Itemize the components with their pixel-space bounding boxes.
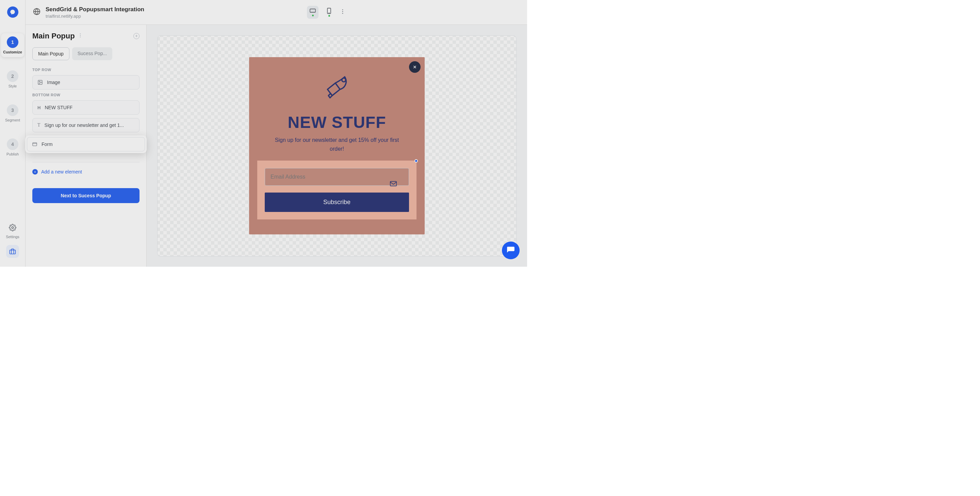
step-publish[interactable]: 4 Publish xyxy=(1,135,24,159)
svg-point-10 xyxy=(80,35,80,36)
step-style[interactable]: 2 Style xyxy=(1,67,24,91)
gear-icon xyxy=(9,224,16,233)
element-label: Sign up for our newsletter and get 1... xyxy=(45,122,124,128)
app-logo[interactable] xyxy=(7,6,18,18)
status-dot-icon xyxy=(328,15,330,17)
email-input[interactable] xyxy=(265,168,409,186)
next-button[interactable]: Next to Sucess Popup xyxy=(32,188,140,203)
svg-point-15 xyxy=(342,78,346,82)
element-form[interactable]: Form xyxy=(27,137,145,151)
step-label: Customize xyxy=(3,50,22,54)
svg-point-11 xyxy=(80,37,80,37)
browser-frame: NEW STUFF Sign up for our newsletter and… xyxy=(157,35,517,256)
step-number: 4 xyxy=(7,138,18,150)
panel-title: Main Popup xyxy=(32,32,75,40)
step-number: 3 xyxy=(7,105,18,116)
svg-rect-14 xyxy=(33,143,37,146)
tab-main-popup[interactable]: Main Popup xyxy=(32,47,69,60)
step-label: Style xyxy=(8,84,17,88)
svg-point-0 xyxy=(11,227,14,229)
canvas: NEW STUFF Sign up for our newsletter and… xyxy=(147,25,527,267)
step-label: Segment xyxy=(5,118,20,122)
mail-icon xyxy=(390,181,397,188)
svg-rect-1 xyxy=(10,250,16,254)
device-desktop-button[interactable] xyxy=(307,6,318,19)
form-icon xyxy=(32,141,37,147)
element-text[interactable]: T Sign up for our newsletter and get 1..… xyxy=(32,118,140,132)
more-menu-button[interactable] xyxy=(340,8,346,16)
element-image[interactable]: Image xyxy=(32,75,140,89)
settings-nav[interactable]: Settings xyxy=(6,224,19,239)
image-icon xyxy=(37,79,43,85)
svg-point-6 xyxy=(342,9,343,10)
chat-widget-button[interactable] xyxy=(502,242,520,259)
svg-point-7 xyxy=(342,11,343,12)
svg-point-13 xyxy=(39,81,40,82)
svg-rect-3 xyxy=(310,9,315,12)
subscribe-button[interactable]: Subscribe xyxy=(265,192,409,212)
element-label: Image xyxy=(47,79,60,85)
text-icon: T xyxy=(37,122,40,128)
step-customize[interactable]: 1 Customize xyxy=(1,33,24,57)
panel-menu-button[interactable] xyxy=(78,33,83,40)
popup-close-button[interactable] xyxy=(409,61,421,73)
divider xyxy=(32,162,140,162)
page-title: SendGrid & Popupsmart Integration xyxy=(46,6,144,13)
step-segment[interactable]: 3 Segment xyxy=(1,102,24,125)
selection-handle-icon xyxy=(414,159,418,163)
left-rail: 1 Customize 2 Style 3 Segment 4 Publish … xyxy=(0,0,25,267)
briefcase-button[interactable] xyxy=(6,245,19,258)
page-subtitle: trialfirst.netlify.app xyxy=(46,14,144,19)
title-block: SendGrid & Popupsmart Integration trialf… xyxy=(46,6,144,19)
popup-heading: NEW STUFF xyxy=(249,113,425,132)
element-label: Form xyxy=(41,141,53,147)
tab-success-popup[interactable]: Sucess Pop... xyxy=(72,47,112,60)
globe-icon xyxy=(33,8,40,17)
section-top-row: TOP ROW xyxy=(32,68,140,72)
svg-point-9 xyxy=(80,33,80,34)
step-label: Publish xyxy=(6,152,19,156)
popup-subtext: Sign up for our newsletter and get 15% o… xyxy=(249,136,425,153)
add-element-button[interactable]: + Add a new element xyxy=(32,169,140,175)
customize-panel: Main Popup + Main Popup Sucess Pop... TO… xyxy=(25,25,147,267)
svg-point-8 xyxy=(342,13,343,14)
form-row-highlight: Form xyxy=(25,135,147,153)
device-toggle xyxy=(307,6,346,19)
popup-tabs: Main Popup Sucess Pop... xyxy=(32,47,140,60)
heading-icon: H xyxy=(37,105,40,110)
popup-preview: NEW STUFF Sign up for our newsletter and… xyxy=(249,57,425,234)
section-bottom-row: BOTTOM ROW xyxy=(32,93,140,97)
megaphone-icon xyxy=(249,57,425,103)
status-dot-icon xyxy=(312,14,314,16)
topbar: SendGrid & Popupsmart Integration trialf… xyxy=(25,0,527,25)
settings-label: Settings xyxy=(6,235,19,239)
step-number: 1 xyxy=(7,37,18,48)
add-element-label: Add a new element xyxy=(41,169,82,175)
svg-rect-16 xyxy=(390,181,396,186)
element-label: NEW STUFF xyxy=(45,105,73,110)
element-heading[interactable]: H NEW STUFF xyxy=(32,100,140,114)
step-number: 2 xyxy=(7,70,18,82)
panel-header: Main Popup + xyxy=(32,32,140,40)
popup-form-area[interactable]: Subscribe xyxy=(257,161,417,219)
device-mobile-button[interactable] xyxy=(323,6,335,19)
plus-icon: + xyxy=(32,169,38,175)
add-step-button[interactable]: + xyxy=(134,33,140,39)
